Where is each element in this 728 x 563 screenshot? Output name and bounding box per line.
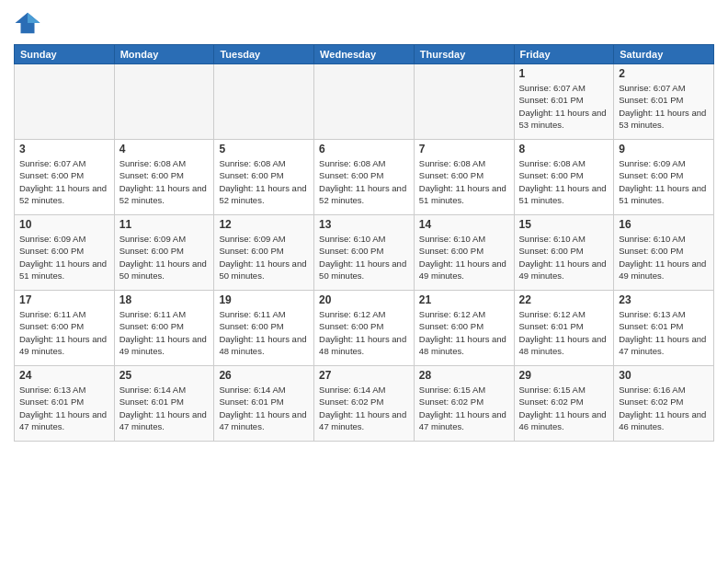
header-row: Sunday Monday Tuesday Wednesday Thursday… (15, 45, 714, 64)
day-number: 8 (519, 143, 609, 155)
day-info: Sunrise: 6:07 AM Sunset: 6:01 PM Dayligh… (619, 82, 709, 131)
day-info: Sunrise: 6:08 AM Sunset: 6:00 PM Dayligh… (519, 157, 609, 206)
header (14, 9, 714, 37)
day-info: Sunrise: 6:13 AM Sunset: 6:01 PM Dayligh… (619, 308, 709, 357)
day-info: Sunrise: 6:10 AM Sunset: 6:00 PM Dayligh… (419, 233, 509, 282)
day-info: Sunrise: 6:07 AM Sunset: 6:00 PM Dayligh… (19, 157, 109, 206)
day-info: Sunrise: 6:09 AM Sunset: 6:00 PM Dayligh… (219, 233, 309, 282)
day-cell (414, 64, 514, 140)
day-cell: 5Sunrise: 6:08 AM Sunset: 6:00 PM Daylig… (214, 140, 314, 215)
week-row-5: 24Sunrise: 6:13 AM Sunset: 6:01 PM Dayli… (15, 366, 714, 442)
day-info: Sunrise: 6:14 AM Sunset: 6:02 PM Dayligh… (319, 384, 409, 432)
day-cell: 21Sunrise: 6:12 AM Sunset: 6:00 PM Dayli… (414, 291, 514, 366)
col-friday: Friday (514, 45, 614, 64)
day-info: Sunrise: 6:11 AM Sunset: 6:00 PM Dayligh… (119, 308, 210, 357)
day-info: Sunrise: 6:08 AM Sunset: 6:00 PM Dayligh… (419, 157, 509, 206)
day-info: Sunrise: 6:16 AM Sunset: 6:02 PM Dayligh… (619, 384, 709, 432)
logo (14, 9, 45, 37)
day-cell: 12Sunrise: 6:09 AM Sunset: 6:00 PM Dayli… (214, 215, 314, 291)
week-row-2: 3Sunrise: 6:07 AM Sunset: 6:00 PM Daylig… (15, 140, 714, 215)
day-number: 3 (19, 143, 109, 155)
day-number: 14 (419, 218, 509, 231)
col-saturday: Saturday (614, 45, 714, 64)
day-number: 11 (119, 218, 210, 231)
day-cell (214, 64, 314, 140)
week-row-4: 17Sunrise: 6:11 AM Sunset: 6:00 PM Dayli… (15, 291, 714, 366)
day-info: Sunrise: 6:10 AM Sunset: 6:00 PM Dayligh… (619, 233, 709, 282)
day-number: 7 (419, 143, 509, 155)
day-number: 9 (619, 143, 709, 155)
day-number: 22 (519, 293, 609, 306)
day-number: 20 (319, 293, 409, 306)
day-info: Sunrise: 6:10 AM Sunset: 6:00 PM Dayligh… (319, 233, 409, 282)
day-number: 12 (219, 218, 309, 231)
day-info: Sunrise: 6:09 AM Sunset: 6:00 PM Dayligh… (619, 157, 709, 206)
day-cell: 15Sunrise: 6:10 AM Sunset: 6:00 PM Dayli… (514, 215, 614, 291)
col-tuesday: Tuesday (214, 45, 314, 64)
day-number: 24 (19, 369, 109, 382)
day-info: Sunrise: 6:12 AM Sunset: 6:00 PM Dayligh… (419, 308, 509, 357)
day-cell: 13Sunrise: 6:10 AM Sunset: 6:00 PM Dayli… (314, 215, 415, 291)
day-info: Sunrise: 6:12 AM Sunset: 6:01 PM Dayligh… (519, 308, 609, 357)
day-cell: 2Sunrise: 6:07 AM Sunset: 6:01 PM Daylig… (614, 64, 714, 140)
day-number: 6 (319, 143, 409, 155)
logo-icon (14, 9, 41, 37)
day-cell: 30Sunrise: 6:16 AM Sunset: 6:02 PM Dayli… (614, 366, 714, 442)
day-number: 17 (19, 293, 109, 306)
day-info: Sunrise: 6:08 AM Sunset: 6:00 PM Dayligh… (119, 157, 210, 206)
day-number: 19 (219, 293, 309, 306)
day-cell: 1Sunrise: 6:07 AM Sunset: 6:01 PM Daylig… (514, 64, 614, 140)
day-info: Sunrise: 6:09 AM Sunset: 6:00 PM Dayligh… (119, 233, 210, 282)
day-number: 26 (219, 369, 309, 382)
day-info: Sunrise: 6:10 AM Sunset: 6:00 PM Dayligh… (519, 233, 609, 282)
day-cell: 25Sunrise: 6:14 AM Sunset: 6:01 PM Dayli… (114, 366, 214, 442)
day-number: 28 (419, 369, 509, 382)
day-info: Sunrise: 6:15 AM Sunset: 6:02 PM Dayligh… (519, 384, 609, 432)
day-number: 1 (519, 67, 609, 80)
col-wednesday: Wednesday (314, 45, 415, 64)
day-info: Sunrise: 6:08 AM Sunset: 6:00 PM Dayligh… (219, 157, 309, 206)
day-cell: 10Sunrise: 6:09 AM Sunset: 6:00 PM Dayli… (15, 215, 115, 291)
day-cell: 14Sunrise: 6:10 AM Sunset: 6:00 PM Dayli… (414, 215, 514, 291)
day-cell: 19Sunrise: 6:11 AM Sunset: 6:00 PM Dayli… (214, 291, 314, 366)
day-number: 30 (619, 369, 709, 382)
day-number: 25 (119, 369, 210, 382)
day-cell: 20Sunrise: 6:12 AM Sunset: 6:00 PM Dayli… (314, 291, 415, 366)
day-number: 5 (219, 143, 309, 155)
day-cell: 4Sunrise: 6:08 AM Sunset: 6:00 PM Daylig… (114, 140, 214, 215)
day-number: 13 (319, 218, 409, 231)
day-info: Sunrise: 6:13 AM Sunset: 6:01 PM Dayligh… (19, 384, 109, 432)
day-info: Sunrise: 6:14 AM Sunset: 6:01 PM Dayligh… (219, 384, 309, 432)
calendar-page: Sunday Monday Tuesday Wednesday Thursday… (0, 0, 728, 563)
day-cell: 28Sunrise: 6:15 AM Sunset: 6:02 PM Dayli… (414, 366, 514, 442)
day-number: 4 (119, 143, 210, 155)
col-sunday: Sunday (15, 45, 115, 64)
day-info: Sunrise: 6:08 AM Sunset: 6:00 PM Dayligh… (319, 157, 409, 206)
day-cell: 23Sunrise: 6:13 AM Sunset: 6:01 PM Dayli… (614, 291, 714, 366)
day-number: 18 (119, 293, 210, 306)
day-cell: 11Sunrise: 6:09 AM Sunset: 6:00 PM Dayli… (114, 215, 214, 291)
day-info: Sunrise: 6:15 AM Sunset: 6:02 PM Dayligh… (419, 384, 509, 432)
day-cell: 16Sunrise: 6:10 AM Sunset: 6:00 PM Dayli… (614, 215, 714, 291)
week-row-1: 1Sunrise: 6:07 AM Sunset: 6:01 PM Daylig… (15, 64, 714, 140)
calendar-table: Sunday Monday Tuesday Wednesday Thursday… (14, 44, 714, 442)
day-cell: 7Sunrise: 6:08 AM Sunset: 6:00 PM Daylig… (414, 140, 514, 215)
day-number: 2 (619, 67, 709, 80)
day-cell: 3Sunrise: 6:07 AM Sunset: 6:00 PM Daylig… (15, 140, 115, 215)
day-info: Sunrise: 6:14 AM Sunset: 6:01 PM Dayligh… (119, 384, 210, 432)
day-number: 15 (519, 218, 609, 231)
calendar-body: 1Sunrise: 6:07 AM Sunset: 6:01 PM Daylig… (15, 64, 714, 442)
day-number: 23 (619, 293, 709, 306)
day-info: Sunrise: 6:11 AM Sunset: 6:00 PM Dayligh… (219, 308, 309, 357)
day-cell: 6Sunrise: 6:08 AM Sunset: 6:00 PM Daylig… (314, 140, 415, 215)
day-number: 29 (519, 369, 609, 382)
day-info: Sunrise: 6:07 AM Sunset: 6:01 PM Dayligh… (519, 82, 609, 131)
calendar-header: Sunday Monday Tuesday Wednesday Thursday… (15, 45, 714, 64)
day-cell: 26Sunrise: 6:14 AM Sunset: 6:01 PM Dayli… (214, 366, 314, 442)
day-number: 27 (319, 369, 409, 382)
day-number: 21 (419, 293, 509, 306)
day-cell: 22Sunrise: 6:12 AM Sunset: 6:01 PM Dayli… (514, 291, 614, 366)
day-cell: 17Sunrise: 6:11 AM Sunset: 6:00 PM Dayli… (15, 291, 115, 366)
day-info: Sunrise: 6:09 AM Sunset: 6:00 PM Dayligh… (19, 233, 109, 282)
col-thursday: Thursday (414, 45, 514, 64)
